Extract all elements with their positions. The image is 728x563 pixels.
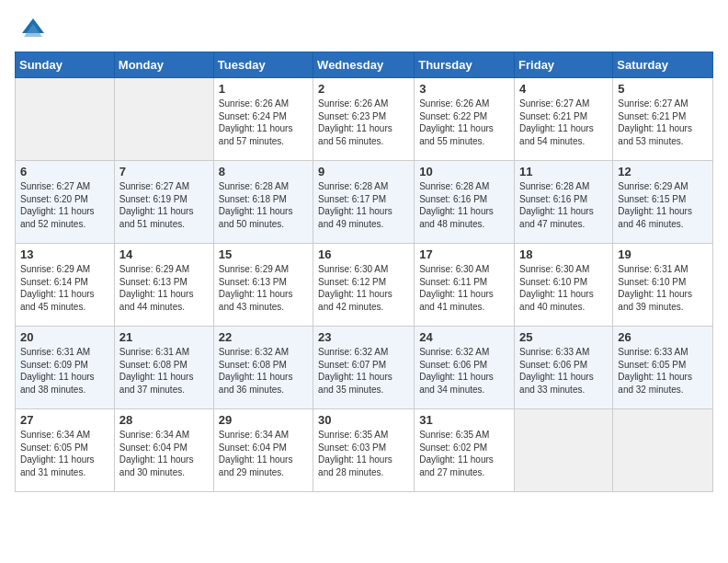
day-number: 4 xyxy=(519,82,608,96)
calendar-cell: 6Sunrise: 6:27 AM Sunset: 6:20 PM Daylig… xyxy=(16,161,115,244)
day-info: Sunrise: 6:28 AM Sunset: 6:16 PM Dayligh… xyxy=(419,180,509,230)
day-info: Sunrise: 6:32 AM Sunset: 6:06 PM Dayligh… xyxy=(419,346,509,396)
day-number: 2 xyxy=(318,82,409,96)
day-info: Sunrise: 6:34 AM Sunset: 6:05 PM Dayligh… xyxy=(20,429,109,478)
day-number: 24 xyxy=(419,330,509,344)
calendar-cell: 7Sunrise: 6:27 AM Sunset: 6:19 PM Daylig… xyxy=(114,161,213,244)
day-info: Sunrise: 6:28 AM Sunset: 6:17 PM Dayligh… xyxy=(318,180,409,230)
day-info: Sunrise: 6:30 AM Sunset: 6:11 PM Dayligh… xyxy=(419,263,509,313)
calendar-cell: 2Sunrise: 6:26 AM Sunset: 6:23 PM Daylig… xyxy=(313,78,415,161)
calendar-cell: 10Sunrise: 6:28 AM Sunset: 6:16 PM Dayli… xyxy=(415,161,515,244)
calendar-header-wednesday: Wednesday xyxy=(313,52,415,78)
calendar-cell: 29Sunrise: 6:34 AM Sunset: 6:04 PM Dayli… xyxy=(213,409,313,492)
day-number: 27 xyxy=(20,413,109,427)
calendar-cell: 13Sunrise: 6:29 AM Sunset: 6:14 PM Dayli… xyxy=(16,244,115,327)
calendar-cell: 22Sunrise: 6:32 AM Sunset: 6:08 PM Dayli… xyxy=(213,327,313,409)
day-info: Sunrise: 6:31 AM Sunset: 6:09 PM Dayligh… xyxy=(20,346,109,396)
calendar-cell: 31Sunrise: 6:35 AM Sunset: 6:02 PM Dayli… xyxy=(415,409,515,492)
day-info: Sunrise: 6:31 AM Sunset: 6:08 PM Dayligh… xyxy=(119,346,209,396)
calendar-week-row: 6Sunrise: 6:27 AM Sunset: 6:20 PM Daylig… xyxy=(16,161,713,244)
calendar-header-row: SundayMondayTuesdayWednesdayThursdayFrid… xyxy=(16,52,713,78)
day-info: Sunrise: 6:28 AM Sunset: 6:18 PM Dayligh… xyxy=(219,180,308,230)
day-number: 28 xyxy=(119,413,209,427)
day-number: 29 xyxy=(219,413,308,427)
calendar-cell: 26Sunrise: 6:33 AM Sunset: 6:05 PM Dayli… xyxy=(613,327,713,409)
calendar-cell: 17Sunrise: 6:30 AM Sunset: 6:11 PM Dayli… xyxy=(415,244,515,327)
day-info: Sunrise: 6:29 AM Sunset: 6:15 PM Dayligh… xyxy=(618,180,708,230)
day-info: Sunrise: 6:32 AM Sunset: 6:07 PM Dayligh… xyxy=(318,346,409,396)
calendar-table: SundayMondayTuesdayWednesdayThursdayFrid… xyxy=(15,52,713,492)
calendar-cell: 19Sunrise: 6:31 AM Sunset: 6:10 PM Dayli… xyxy=(613,244,713,327)
day-info: Sunrise: 6:31 AM Sunset: 6:10 PM Dayligh… xyxy=(618,263,708,313)
day-number: 25 xyxy=(519,330,608,344)
calendar-cell: 27Sunrise: 6:34 AM Sunset: 6:05 PM Dayli… xyxy=(16,409,115,492)
day-number: 8 xyxy=(219,165,308,178)
calendar-cell: 18Sunrise: 6:30 AM Sunset: 6:10 PM Dayli… xyxy=(515,244,613,327)
calendar-week-row: 1Sunrise: 6:26 AM Sunset: 6:24 PM Daylig… xyxy=(16,78,713,161)
page-header xyxy=(15,15,713,44)
day-info: Sunrise: 6:32 AM Sunset: 6:08 PM Dayligh… xyxy=(219,346,308,396)
day-info: Sunrise: 6:35 AM Sunset: 6:02 PM Dayligh… xyxy=(419,429,509,478)
day-number: 10 xyxy=(419,165,509,178)
calendar-cell: 21Sunrise: 6:31 AM Sunset: 6:08 PM Dayli… xyxy=(114,327,213,409)
day-info: Sunrise: 6:30 AM Sunset: 6:10 PM Dayligh… xyxy=(519,263,608,313)
calendar-header-thursday: Thursday xyxy=(415,52,515,78)
day-number: 1 xyxy=(219,82,308,96)
day-info: Sunrise: 6:27 AM Sunset: 6:21 PM Dayligh… xyxy=(519,98,608,147)
calendar-header-friday: Friday xyxy=(515,52,613,78)
day-info: Sunrise: 6:30 AM Sunset: 6:12 PM Dayligh… xyxy=(318,263,409,313)
day-info: Sunrise: 6:33 AM Sunset: 6:06 PM Dayligh… xyxy=(519,346,608,396)
day-info: Sunrise: 6:27 AM Sunset: 6:19 PM Dayligh… xyxy=(119,180,209,230)
calendar-week-row: 13Sunrise: 6:29 AM Sunset: 6:14 PM Dayli… xyxy=(16,244,713,327)
calendar-cell: 20Sunrise: 6:31 AM Sunset: 6:09 PM Dayli… xyxy=(16,327,115,409)
calendar-cell: 5Sunrise: 6:27 AM Sunset: 6:21 PM Daylig… xyxy=(613,78,713,161)
calendar-week-row: 20Sunrise: 6:31 AM Sunset: 6:09 PM Dayli… xyxy=(16,327,713,409)
calendar-cell xyxy=(613,409,713,492)
calendar-header-monday: Monday xyxy=(114,52,213,78)
day-info: Sunrise: 6:27 AM Sunset: 6:20 PM Dayligh… xyxy=(20,180,109,230)
day-info: Sunrise: 6:34 AM Sunset: 6:04 PM Dayligh… xyxy=(219,429,308,478)
day-number: 22 xyxy=(219,330,308,344)
day-info: Sunrise: 6:27 AM Sunset: 6:21 PM Dayligh… xyxy=(618,98,708,147)
calendar-body: 1Sunrise: 6:26 AM Sunset: 6:24 PM Daylig… xyxy=(16,78,713,492)
calendar-cell: 4Sunrise: 6:27 AM Sunset: 6:21 PM Daylig… xyxy=(515,78,613,161)
calendar-cell: 14Sunrise: 6:29 AM Sunset: 6:13 PM Dayli… xyxy=(114,244,213,327)
day-number: 23 xyxy=(318,330,409,344)
day-number: 13 xyxy=(20,247,109,261)
day-number: 30 xyxy=(318,413,409,427)
calendar-cell: 23Sunrise: 6:32 AM Sunset: 6:07 PM Dayli… xyxy=(313,327,415,409)
day-number: 14 xyxy=(119,247,209,261)
day-number: 18 xyxy=(519,247,608,261)
day-number: 26 xyxy=(618,330,708,344)
day-info: Sunrise: 6:29 AM Sunset: 6:14 PM Dayligh… xyxy=(20,263,109,313)
day-number: 7 xyxy=(119,165,209,178)
day-number: 21 xyxy=(119,330,209,344)
logo xyxy=(15,15,48,44)
day-number: 16 xyxy=(318,247,409,261)
calendar-header-saturday: Saturday xyxy=(613,52,713,78)
day-number: 9 xyxy=(318,165,409,178)
calendar-week-row: 27Sunrise: 6:34 AM Sunset: 6:05 PM Dayli… xyxy=(16,409,713,492)
day-number: 15 xyxy=(219,247,308,261)
day-info: Sunrise: 6:34 AM Sunset: 6:04 PM Dayligh… xyxy=(119,429,209,478)
day-info: Sunrise: 6:29 AM Sunset: 6:13 PM Dayligh… xyxy=(119,263,209,313)
day-info: Sunrise: 6:26 AM Sunset: 6:23 PM Dayligh… xyxy=(318,98,409,147)
calendar-cell: 9Sunrise: 6:28 AM Sunset: 6:17 PM Daylig… xyxy=(313,161,415,244)
calendar-cell: 12Sunrise: 6:29 AM Sunset: 6:15 PM Dayli… xyxy=(613,161,713,244)
day-number: 20 xyxy=(20,330,109,344)
calendar-cell: 11Sunrise: 6:28 AM Sunset: 6:16 PM Dayli… xyxy=(515,161,613,244)
day-number: 31 xyxy=(419,413,509,427)
day-number: 17 xyxy=(419,247,509,261)
logo-icon xyxy=(18,15,48,44)
day-info: Sunrise: 6:29 AM Sunset: 6:13 PM Dayligh… xyxy=(219,263,308,313)
day-info: Sunrise: 6:33 AM Sunset: 6:05 PM Dayligh… xyxy=(618,346,708,396)
day-info: Sunrise: 6:28 AM Sunset: 6:16 PM Dayligh… xyxy=(519,180,608,230)
calendar-cell xyxy=(515,409,613,492)
calendar-cell: 8Sunrise: 6:28 AM Sunset: 6:18 PM Daylig… xyxy=(213,161,313,244)
calendar-cell xyxy=(16,78,115,161)
calendar-header-sunday: Sunday xyxy=(16,52,115,78)
calendar-cell xyxy=(114,78,213,161)
day-info: Sunrise: 6:35 AM Sunset: 6:03 PM Dayligh… xyxy=(318,429,409,478)
calendar-cell: 25Sunrise: 6:33 AM Sunset: 6:06 PM Dayli… xyxy=(515,327,613,409)
calendar-cell: 24Sunrise: 6:32 AM Sunset: 6:06 PM Dayli… xyxy=(415,327,515,409)
